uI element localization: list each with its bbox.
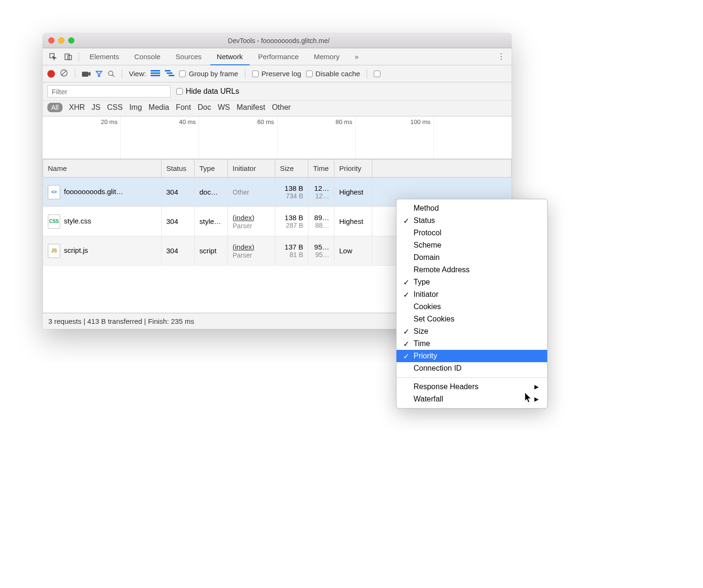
column-context-menu: MethodStatusProtocolSchemeDomainRemote A… <box>396 199 548 362</box>
hide-data-urls-checkbox[interactable]: Hide data URLs <box>176 87 239 96</box>
col-type[interactable]: Type <box>195 160 228 178</box>
menu-item-priority[interactable]: Priority <box>397 350 547 362</box>
group-by-frame-checkbox[interactable]: Group by frame <box>179 70 238 78</box>
filter-types: All XHR JS CSS Img Media Font Doc WS Man… <box>43 101 512 116</box>
disable-cache-checkbox[interactable]: Disable cache <box>306 70 360 78</box>
menu-item-size[interactable]: Size <box>397 325 547 338</box>
filter-type-font[interactable]: Font <box>176 103 191 112</box>
menu-item-time[interactable]: Time <box>397 338 547 350</box>
timeline-tick: 20 ms <box>43 116 121 159</box>
menu-item-remote-address[interactable]: Remote Address <box>397 264 547 276</box>
col-status[interactable]: Status <box>162 160 195 178</box>
file-name: script.js <box>64 246 88 254</box>
file-css-icon: CSS <box>48 214 60 229</box>
filter-type-manifest[interactable]: Manifest <box>236 103 265 112</box>
tab-console[interactable]: Console <box>128 48 167 65</box>
menu-item-scheme[interactable]: Scheme <box>397 239 547 251</box>
filter-type-doc[interactable]: Doc <box>198 103 211 112</box>
kebab-menu-icon[interactable]: ⋮ <box>495 50 508 63</box>
svg-marker-6 <box>89 71 91 76</box>
cell-time: 95…95… <box>308 236 334 266</box>
timeline-overview[interactable]: 20 ms 40 ms 60 ms 80 ms 100 ms <box>43 116 512 159</box>
menu-item-method[interactable]: Method <box>397 202 547 214</box>
filter-type-other[interactable]: Other <box>272 103 291 112</box>
menu-item-set-cookies[interactable]: Set Cookies <box>397 313 547 325</box>
col-size[interactable]: Size <box>275 160 308 178</box>
cell-initiator[interactable]: (index)Parser <box>228 207 275 236</box>
cell-status: 304 <box>162 178 195 207</box>
menu-item-protocol[interactable]: Protocol <box>397 227 547 239</box>
cell-size: 137 B81 B <box>275 236 308 266</box>
cell-time: 12…12… <box>308 178 334 207</box>
filter-type-img[interactable]: Img <box>129 103 142 112</box>
device-toggle-icon[interactable] <box>62 50 75 63</box>
menu-item-type[interactable]: Type <box>397 276 547 288</box>
timeline-tick <box>434 116 512 159</box>
svg-rect-12 <box>151 75 160 76</box>
view-label: View: <box>129 70 146 78</box>
svg-line-9 <box>112 75 114 77</box>
timeline-tick: 100 ms <box>356 116 434 159</box>
clear-button[interactable] <box>60 69 68 79</box>
cell-priority: Highest <box>334 207 372 236</box>
tabs-overflow[interactable]: » <box>348 48 365 65</box>
cell-status: 304 <box>162 207 195 236</box>
preserve-log-checkbox[interactable]: Preserve log <box>252 70 301 78</box>
window-title: DevTools - foooooooods.glitch.me/ <box>52 37 506 45</box>
cell-name[interactable]: <>foooooooods.glit… <box>43 178 162 207</box>
menu-item-domain[interactable]: Domain <box>397 251 547 264</box>
col-waterfall[interactable] <box>372 160 512 178</box>
tab-elements[interactable]: Elements <box>83 48 126 65</box>
filter-type-js[interactable]: JS <box>91 103 100 112</box>
filter-type-ws[interactable]: WS <box>218 103 230 112</box>
tab-performance[interactable]: Performance <box>252 48 306 65</box>
filter-input[interactable] <box>47 85 171 98</box>
file-js-icon: JS <box>48 244 60 258</box>
filter-type-xhr[interactable]: XHR <box>69 103 85 112</box>
svg-rect-14 <box>167 72 172 74</box>
separator <box>122 69 122 79</box>
offline-checkbox-partial[interactable] <box>374 71 380 77</box>
svg-rect-5 <box>82 71 89 77</box>
cell-size: 138 B734 B <box>275 178 308 207</box>
separator <box>75 69 75 79</box>
timeline-tick: 60 ms <box>199 116 277 159</box>
menu-item-status[interactable]: Status <box>397 214 547 227</box>
col-time[interactable]: Time <box>308 160 334 178</box>
filter-type-media[interactable]: Media <box>149 103 170 112</box>
search-icon[interactable] <box>108 70 115 78</box>
cell-priority: Highest <box>334 178 372 207</box>
cell-initiator[interactable]: (index)Parser <box>228 236 275 266</box>
cell-size: 138 B287 B <box>275 207 308 236</box>
large-rows-icon[interactable] <box>151 70 160 78</box>
cell-time: 89…88… <box>308 207 334 236</box>
separator <box>245 69 245 79</box>
file-html-icon: <> <box>48 185 60 199</box>
col-name[interactable]: Name <box>43 160 162 178</box>
cell-name[interactable]: JSscript.js <box>43 236 162 266</box>
titlebar[interactable]: DevTools - foooooooods.glitch.me/ <box>43 33 512 48</box>
svg-rect-15 <box>169 75 174 76</box>
tab-memory[interactable]: Memory <box>307 48 346 65</box>
filter-icon[interactable] <box>95 70 103 78</box>
svg-rect-13 <box>165 70 171 71</box>
separator <box>79 52 79 62</box>
menu-item-initiator[interactable]: Initiator <box>397 288 547 301</box>
file-name: foooooooods.glit… <box>64 187 123 195</box>
group-by-frame-label: Group by frame <box>189 70 238 78</box>
col-priority[interactable]: Priority <box>334 160 372 178</box>
cell-name[interactable]: CSSstyle.css <box>43 207 162 236</box>
screenshot-icon[interactable] <box>82 71 90 77</box>
menu-item-cookies[interactable]: Cookies <box>397 301 547 313</box>
waterfall-view-icon[interactable] <box>165 70 174 78</box>
filter-type-all[interactable]: All <box>47 103 63 112</box>
record-button[interactable] <box>47 70 55 78</box>
svg-marker-7 <box>96 71 102 76</box>
tab-network[interactable]: Network <box>210 48 250 65</box>
svg-rect-11 <box>151 72 160 74</box>
cell-initiator[interactable]: Other <box>228 178 275 207</box>
tab-sources[interactable]: Sources <box>169 48 208 65</box>
filter-type-css[interactable]: CSS <box>107 103 123 112</box>
inspect-element-icon[interactable] <box>46 50 60 63</box>
col-initiator[interactable]: Initiator <box>228 160 275 178</box>
